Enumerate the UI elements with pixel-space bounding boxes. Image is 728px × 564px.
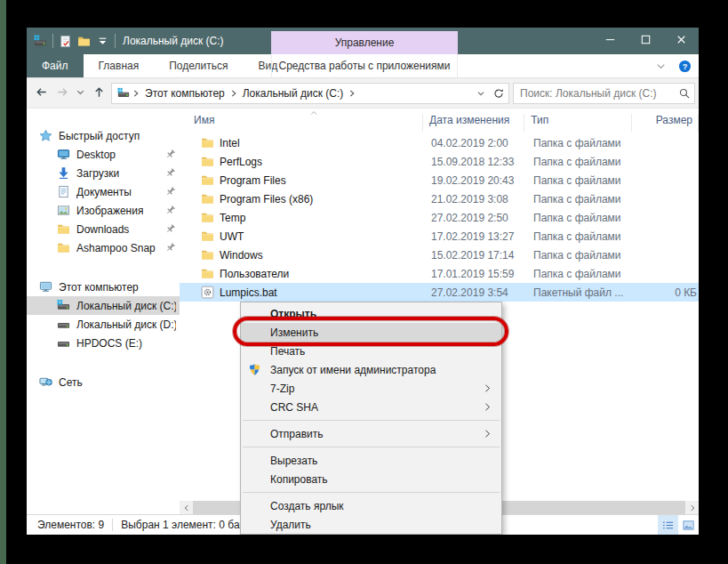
qat-dropdown-icon[interactable] — [96, 35, 109, 48]
close-button[interactable] — [663, 28, 699, 54]
thumbnail-view-icon — [682, 519, 695, 532]
file-row[interactable]: Temp27.02.2019 2:50Папка с файлами — [180, 208, 699, 227]
computer-icon — [39, 280, 52, 294]
toolbar-separator — [115, 34, 116, 48]
minimize-button[interactable] — [592, 28, 628, 54]
recent-locations-button[interactable] — [75, 83, 86, 104]
file-row[interactable]: Intel04.02.2019 2:00Папка с файлами — [180, 133, 699, 152]
menu-item[interactable]: Открыть — [241, 304, 501, 323]
pictures-icon — [57, 204, 70, 217]
window-title: Локальный диск (C:) — [123, 35, 224, 47]
menu-separator — [243, 492, 500, 493]
explorer-window: Локальный диск (C:) Управление ФайлГлавн… — [27, 28, 699, 535]
breadcrumb[interactable]: Этот компьютерЛокальный диск (C:) — [111, 83, 509, 104]
scroll-left-icon[interactable] — [180, 501, 193, 514]
sidebar-item[interactable]: Локальный диск (C:) — [27, 296, 180, 315]
back-arrow-icon — [35, 85, 48, 101]
location-drive-icon — [117, 87, 130, 100]
forward-arrow-icon — [56, 85, 69, 101]
chevron-down-icon — [74, 85, 87, 101]
menu-item[interactable]: Удалить — [241, 515, 501, 534]
sidebar-item-label: Этот компьютер — [59, 281, 139, 294]
forward-button[interactable] — [53, 83, 71, 104]
sidebar-item[interactable]: Этот компьютер — [27, 278, 180, 296]
file-row[interactable]: Lumpics.bat27.02.2019 3:54Пакетный файл … — [180, 283, 699, 302]
tab-поделиться[interactable]: Поделиться — [154, 54, 243, 77]
navigation-pane: Быстрый доступDesktopЗагрузкиДокументыИз… — [27, 109, 180, 514]
sidebar-item[interactable]: Ashampoo Snap 10 — [27, 238, 180, 257]
details-view-button[interactable] — [658, 515, 678, 535]
thumbnail-view-button[interactable] — [678, 515, 699, 535]
menu-item[interactable]: Печать — [241, 342, 501, 360]
maximize-button[interactable] — [628, 28, 663, 54]
back-button[interactable] — [32, 83, 50, 104]
ribbon-tab-row: ФайлГлавнаяПоделитьсяВид Средства работы… — [27, 54, 699, 78]
refresh-icon[interactable] — [492, 87, 505, 100]
pin-icon — [164, 223, 176, 235]
file-type-cell: Папка с файлами — [527, 174, 636, 187]
sort-ascending-icon[interactable] — [308, 109, 319, 117]
sidebar-item[interactable]: Desktop — [27, 145, 180, 164]
file-date-cell: 15.02.2019 17:14 — [425, 249, 527, 262]
contextual-tab-group: Управление — [271, 31, 458, 54]
sidebar-item[interactable]: Локальный диск (D:) — [27, 315, 180, 334]
sidebar-item[interactable]: Документы — [27, 182, 180, 201]
sidebar-item[interactable]: HPDOCS (E:) — [27, 334, 180, 352]
window-controls — [592, 28, 699, 54]
sidebar-item-label: Быстрый доступ — [59, 130, 140, 142]
file-name-cell: PerfLogs — [180, 155, 425, 168]
file-name: UWT — [220, 230, 244, 243]
sidebar-item[interactable]: Изображения — [27, 201, 180, 220]
sidebar-item[interactable]: Загрузки — [27, 164, 180, 182]
menu-item[interactable]: Копировать — [241, 470, 501, 488]
drive-windows-icon — [57, 299, 70, 312]
menu-item[interactable]: Изменить — [241, 323, 501, 342]
file-date-cell: 17.01.2019 15:59 — [425, 268, 527, 280]
menu-item[interactable]: CRC SHA — [241, 398, 501, 416]
network-icon — [39, 375, 52, 389]
menu-item[interactable]: Вырезать — [241, 451, 501, 470]
column-header[interactable]: Имя — [180, 114, 423, 132]
column-header[interactable]: Дата изменения — [423, 114, 524, 132]
ribbon-collapse-chevron-icon[interactable] — [654, 60, 668, 73]
sidebar-item[interactable]: Быстрый доступ — [27, 126, 180, 145]
address-dropdown-chevron-icon[interactable] — [475, 87, 487, 100]
folder-icon — [201, 136, 214, 149]
menu-item[interactable]: 7-Zip — [241, 379, 501, 398]
file-row[interactable]: Windows15.02.2019 17:14Папка с файлами — [180, 246, 699, 264]
tab-главная[interactable]: Главная — [84, 54, 155, 77]
file-name: Lumpics.bat — [220, 286, 277, 299]
new-folder-icon[interactable] — [77, 35, 91, 48]
selection-info: Выбран 1 элемент: 0 байт — [121, 519, 251, 531]
file-row[interactable]: UWT17.02.2019 13:27Папка с файлами — [180, 227, 699, 246]
file-type-cell: Папка с файлами — [527, 268, 636, 280]
pin-icon — [164, 186, 176, 197]
file-row[interactable]: Пользователи17.01.2019 15:59Папка с файл… — [180, 264, 699, 283]
menu-item[interactable]: Запуск от имени администратора — [241, 360, 501, 379]
search-input[interactable] — [520, 87, 678, 100]
file-row[interactable]: PerfLogs15.09.2018 12:33Папка с файлами — [180, 152, 699, 171]
search-icon[interactable] — [678, 87, 691, 100]
breadcrumb-item[interactable]: Этот компьютер — [142, 87, 228, 100]
file-date-cell: 04.02.2019 2:00 — [425, 137, 527, 149]
file-row[interactable]: Program Files19.02.2019 20:43Папка с фай… — [180, 171, 699, 189]
properties-check-icon[interactable] — [59, 35, 72, 48]
up-button[interactable] — [90, 83, 108, 104]
file-row[interactable]: Program Files (x86)21.02.2019 3:08Папка … — [180, 189, 699, 208]
help-icon[interactable]: ? — [678, 60, 692, 73]
tab-app-tools[interactable]: Средства работы с приложениями — [271, 54, 458, 77]
breadcrumb-item[interactable]: Локальный диск (C:) — [240, 87, 347, 100]
sidebar-item-label: Локальный диск (C:) — [76, 300, 176, 312]
drive-icon — [57, 318, 70, 331]
file-name-cell: Program Files — [180, 173, 425, 187]
sidebar-item-label: Документы — [76, 186, 132, 198]
tab-файл[interactable]: Файл — [27, 54, 84, 77]
sidebar-item-label: Изображения — [76, 205, 143, 217]
scroll-right-icon[interactable] — [685, 501, 699, 514]
column-header[interactable]: Тип — [524, 114, 632, 132]
menu-item[interactable]: Отправить — [241, 424, 501, 443]
column-header[interactable]: Размер — [632, 114, 699, 132]
sidebar-item[interactable]: Сеть — [27, 373, 180, 391]
menu-item[interactable]: Создать ярлык — [241, 496, 501, 515]
sidebar-item[interactable]: Downloads — [27, 220, 180, 238]
